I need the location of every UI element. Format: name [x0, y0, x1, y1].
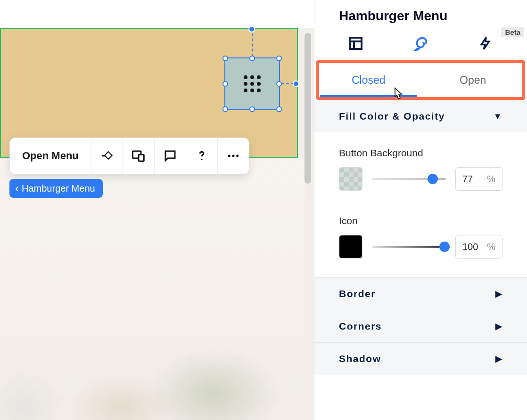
- svg-point-4: [232, 155, 234, 157]
- tab-closed-label: Closed: [352, 74, 386, 87]
- open-menu-button[interactable]: Open Menu: [10, 138, 91, 174]
- percent-unit: %: [487, 242, 495, 252]
- resize-handle[interactable]: [276, 56, 282, 61]
- open-menu-label: Open Menu: [22, 150, 79, 162]
- layout-tab-icon[interactable]: [347, 35, 364, 52]
- comment-icon[interactable]: [155, 138, 186, 174]
- resize-handle[interactable]: [249, 106, 255, 112]
- resize-handle[interactable]: [249, 56, 255, 61]
- icon-label: Icon: [339, 215, 502, 226]
- tab-open[interactable]: Open: [421, 60, 526, 100]
- chevron-right-icon: ▶: [495, 321, 503, 331]
- help-icon[interactable]: [186, 138, 218, 174]
- section-shadow-header[interactable]: Shadow ▶: [314, 342, 527, 375]
- beta-badge: Beta: [501, 27, 524, 37]
- breadcrumb[interactable]: Hamburger Menu: [9, 179, 103, 198]
- svg-rect-1: [139, 155, 144, 162]
- inspector-panel: Hamburger Menu Beta Closed Open Fill Co: [314, 0, 527, 420]
- anchor-handle-top[interactable]: [248, 26, 255, 32]
- svg-rect-6: [350, 38, 362, 49]
- svg-point-5: [236, 155, 239, 157]
- menu-dots-icon: [244, 75, 261, 92]
- scrollbar-thumb[interactable]: [305, 33, 311, 184]
- resize-handle[interactable]: [276, 106, 282, 112]
- resize-handle[interactable]: [222, 106, 228, 112]
- more-icon[interactable]: [218, 138, 249, 174]
- breadcrumb-label: Hamburger Menu: [22, 183, 95, 194]
- canvas-area[interactable]: Open Menu Hamburger Menu: [0, 0, 314, 420]
- slider-thumb[interactable]: [439, 242, 450, 252]
- anchor-handle-right[interactable]: [293, 81, 299, 87]
- section-fill-title: Fill Color & Opacity: [339, 111, 445, 122]
- icon-opacity-input[interactable]: 100 %: [455, 235, 502, 258]
- animation-icon[interactable]: [91, 138, 123, 174]
- section-fill-header[interactable]: Fill Color & Opacity ▼: [314, 100, 527, 132]
- svg-point-2: [201, 159, 202, 160]
- resize-handle[interactable]: [222, 81, 228, 87]
- panel-mode-tabs: Beta: [314, 28, 527, 60]
- opacity-value: 77: [462, 174, 473, 185]
- svg-point-3: [228, 155, 231, 157]
- alignment-guide-vertical: [252, 28, 253, 57]
- design-tab-icon[interactable]: [412, 35, 429, 52]
- tab-open-label: Open: [460, 74, 486, 87]
- selected-hamburger-menu[interactable]: [224, 57, 280, 110]
- floating-toolbar: Open Menu: [9, 137, 249, 174]
- percent-unit: %: [487, 174, 495, 185]
- responsive-icon[interactable]: [123, 138, 155, 174]
- button-background-opacity-input[interactable]: 77 %: [455, 167, 502, 191]
- button-background-label: Button Background: [339, 147, 502, 159]
- effects-tab-icon[interactable]: [477, 35, 494, 52]
- slider-thumb[interactable]: [428, 174, 438, 184]
- icon-opacity-slider[interactable]: [372, 246, 446, 248]
- cursor-pointer-icon: [389, 86, 406, 105]
- section-shadow-title: Shadow: [339, 353, 381, 364]
- button-background-color-swatch[interactable]: [339, 167, 362, 191]
- design-accordion: Fill Color & Opacity ▼ Button Background…: [314, 100, 527, 375]
- panel-title: Hamburger Menu: [314, 0, 527, 28]
- state-tabs-container: Closed Open: [314, 60, 527, 100]
- section-corners-title: Corners: [339, 321, 382, 332]
- section-fill-body: Button Background 77 % Icon 100: [314, 132, 527, 277]
- section-border-title: Border: [339, 288, 376, 299]
- chevron-right-icon: ▶: [495, 354, 503, 364]
- button-background-opacity-slider[interactable]: [372, 178, 446, 180]
- resize-handle[interactable]: [276, 81, 282, 87]
- icon-color-swatch[interactable]: [339, 235, 362, 258]
- chevron-right-icon: ▶: [495, 289, 503, 299]
- resize-handle[interactable]: [222, 56, 228, 61]
- section-border-header[interactable]: Border ▶: [314, 277, 527, 310]
- alignment-guide-horizontal: [281, 83, 294, 84]
- chevron-down-icon: ▼: [494, 112, 502, 121]
- section-corners-header[interactable]: Corners ▶: [314, 310, 527, 342]
- opacity-value: 100: [462, 242, 478, 252]
